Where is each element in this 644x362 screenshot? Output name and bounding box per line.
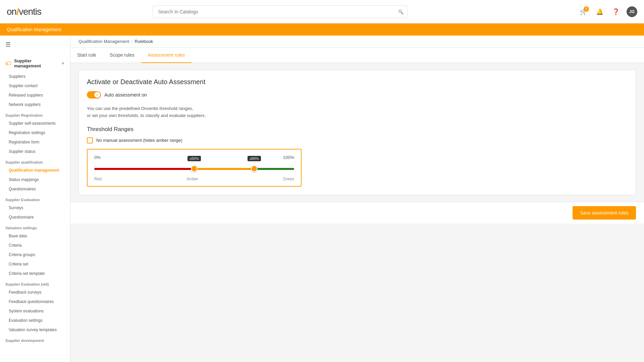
header-actions: 🛒 0 🔔 ❓ JG [578, 6, 637, 17]
sidebar-item-registration-form[interactable]: Registration form [0, 137, 70, 147]
chevron-icon: ▼ [61, 61, 65, 65]
slider-card: 0% 100% ≥50% ≥80% [87, 149, 302, 187]
qual-bar-title: Qualification Management [7, 27, 61, 32]
page-heading: Activate or Deactivate Auto Assessment [87, 78, 628, 86]
slider-thumb-80[interactable]: ≥80% [251, 165, 258, 172]
auto-assessment-toggle[interactable]: ✓ [87, 91, 101, 99]
sidebar-item-suppliers[interactable]: Suppliers [0, 72, 70, 81]
sidebar-item-questionnaire[interactable]: Questionnaire [0, 213, 70, 222]
sidebar-header-label: Supplier management [14, 58, 58, 68]
slider-min-label: 0% [94, 155, 101, 160]
auto-assessment-toggle-row: ✓ Auto assessment on [87, 91, 628, 99]
no-manual-checkbox[interactable] [87, 137, 93, 143]
info-text: You can use the predefined Onventis thre… [87, 105, 628, 119]
logo-text: on/ventis [7, 6, 41, 17]
supplier-icon: 🏷 [5, 60, 11, 67]
sidebar-item-criteria-set-template[interactable]: Criteria set template [0, 269, 70, 278]
sidebar-item-supplier-contact[interactable]: Supplier contact [0, 81, 70, 90]
page-footer: Save assessment rules [70, 202, 644, 224]
slider-track-wrap: ≥50% ≥80% [94, 162, 294, 175]
sidebar-item-self-assessments[interactable]: Supplier self-assessments [0, 119, 70, 128]
logo: on/ventis [7, 6, 60, 17]
sidebar-item-base-data[interactable]: Base data [0, 231, 70, 241]
sidebar-section-registration: Supplier Registration [0, 109, 70, 119]
sidebar-section-qualification: Supplier qualification [0, 156, 70, 166]
tab-start-rule[interactable]: Start rule [70, 48, 103, 63]
tab-scope-rules[interactable]: Scope rules [103, 48, 141, 63]
sidebar-item-valuation-survey-templates[interactable]: Valuation survey templates [0, 325, 70, 335]
sidebar-section-evaluation: Supplier Evaluation [0, 194, 70, 203]
sidebar-section-valuation: Valuation settings [0, 222, 70, 231]
breadcrumb: Qualification Management › Rulebook [70, 36, 644, 48]
search-icon[interactable]: 🔍 [398, 9, 404, 14]
sidebar-item-network-suppliers[interactable]: Network suppliers [0, 100, 70, 109]
sidebar-item-questionnaires[interactable]: Questionnaires [0, 184, 70, 194]
help-icon[interactable]: ❓ [610, 6, 621, 17]
avatar[interactable]: JG [627, 6, 637, 17]
content-box: Activate or Deactivate Auto Assessment ✓… [78, 70, 636, 195]
notifications-icon[interactable]: 🔔 [594, 6, 605, 17]
breadcrumb-current: Rulebook [135, 39, 153, 44]
label-red: Red [94, 177, 102, 181]
slider-max-label: 100% [283, 155, 294, 160]
content-inner: Activate or Deactivate Auto Assessment ✓… [70, 63, 644, 202]
sidebar-section-evaluation-old: Supplier Evaluation (old) [0, 278, 70, 288]
label-green: Green [283, 177, 294, 181]
toggle-knob: ✓ [94, 92, 100, 98]
label-amber: Amber [186, 177, 198, 181]
main-layout: ☰ 🏷 Supplier management ▼ Suppliers Supp… [0, 36, 644, 362]
slider-labels: Red Amber Green [94, 177, 294, 181]
search-bar[interactable]: 🔍 [153, 5, 408, 18]
sidebar-item-feedback-surveys[interactable]: Feedback surveys [0, 288, 70, 297]
threshold-heading: Threshold Ranges [87, 126, 628, 133]
toggle-label: Auto assessment on [104, 92, 147, 98]
sidebar-item-supplier-status[interactable]: Supplier status [0, 147, 70, 156]
sidebar-item-evaluation-settings[interactable]: Evaluation settings [0, 316, 70, 325]
breadcrumb-parent[interactable]: Qualification Management [78, 39, 129, 44]
slider-thumb-50-label: ≥50% [187, 156, 201, 161]
sidebar-item-feedback-questionnaires[interactable]: Feedback questionnaires [0, 297, 70, 306]
hamburger-icon[interactable]: ☰ [0, 36, 70, 54]
toggle-check-icon: ✓ [96, 93, 99, 97]
sidebar-section-development: Supplier development [0, 335, 70, 344]
tabs-bar: Start rule Scope rules Assessment rules [70, 48, 644, 63]
no-manual-row: No manual assessment (hides amber range) [87, 137, 628, 143]
content-area: Qualification Management › Rulebook Star… [70, 36, 644, 362]
search-input[interactable] [153, 5, 408, 18]
slider-thumb-80-label: ≥80% [248, 156, 261, 161]
breadcrumb-separator: › [131, 39, 132, 44]
sidebar-item-qualification-management[interactable]: Qualification management [0, 166, 70, 175]
slider-thumb-50[interactable]: ≥50% [191, 165, 198, 172]
cart-badge: 0 [584, 6, 589, 12]
qualification-bar: Qualification Management [0, 23, 644, 36]
sidebar-item-status-mappings[interactable]: Status mappings [0, 175, 70, 184]
sidebar-item-criteria-set[interactable]: Criteria set [0, 259, 70, 269]
no-manual-label: No manual assessment (hides amber range) [96, 138, 182, 143]
sidebar-item-surveys[interactable]: Surveys [0, 203, 70, 213]
save-assessment-rules-button[interactable]: Save assessment rules [573, 206, 636, 220]
sidebar-item-criteria-groups[interactable]: Criteria groups [0, 250, 70, 259]
cart-icon[interactable]: 🛒 0 [578, 6, 589, 17]
app-header: on/ventis 🔍 🛒 0 🔔 ❓ JG [0, 0, 644, 23]
sidebar-section-supplier-management[interactable]: 🏷 Supplier management ▼ [0, 54, 70, 72]
sidebar-item-criteria[interactable]: Criteria [0, 241, 70, 250]
sidebar-item-system-evaluations[interactable]: System evaluations [0, 306, 70, 316]
sidebar-item-released-suppliers[interactable]: Released suppliers [0, 90, 70, 100]
sidebar-item-registration-settings[interactable]: Registration settings [0, 128, 70, 137]
sidebar: ☰ 🏷 Supplier management ▼ Suppliers Supp… [0, 36, 70, 362]
tab-assessment-rules[interactable]: Assessment rules [141, 48, 192, 63]
